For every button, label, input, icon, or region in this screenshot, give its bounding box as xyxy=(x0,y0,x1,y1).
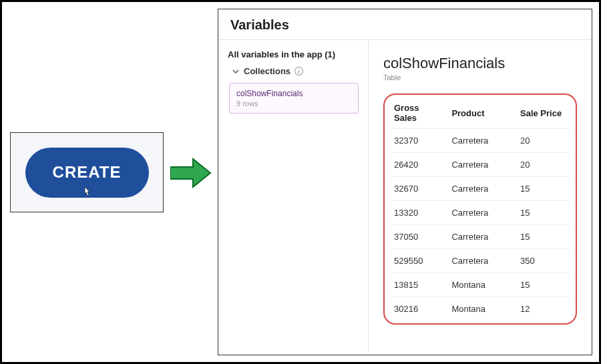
tree-row-collections[interactable]: Collections i xyxy=(228,66,359,76)
data-table: Gross Sales Product Sale Price 32370 Car… xyxy=(390,98,570,321)
create-button[interactable]: CREATE xyxy=(25,148,149,198)
detail-title: colShowFinancials xyxy=(383,55,577,72)
arrow-icon xyxy=(170,158,212,191)
cell-product: Montana xyxy=(447,273,516,297)
create-button-label: CREATE xyxy=(53,163,122,181)
panel-header: Variables xyxy=(218,9,592,40)
cell-product: Montana xyxy=(447,297,516,321)
cell-gross-sales: 529550 xyxy=(390,249,447,273)
variables-panel: Variables All variables in the app (1) C… xyxy=(218,9,592,355)
pointer-cursor-icon xyxy=(82,187,91,200)
cell-gross-sales: 13320 xyxy=(390,201,447,225)
table-row[interactable]: 13320 Carretera 15 xyxy=(390,201,570,225)
table-row[interactable]: 30216 Montana 12 xyxy=(390,297,570,321)
collections-label: Collections xyxy=(244,66,290,76)
cell-product: Carretera xyxy=(447,129,516,153)
variables-sidebar: All variables in the app (1) Collections… xyxy=(218,40,369,352)
cell-sale-price: 20 xyxy=(516,153,570,177)
button-card: CREATE xyxy=(10,132,164,212)
cell-sale-price: 12 xyxy=(516,297,570,321)
cell-gross-sales: 37050 xyxy=(390,225,447,249)
collection-rows: 9 rows xyxy=(236,100,351,108)
detail-type: Table xyxy=(383,73,577,81)
canvas: CREATE Variables All variables in the ap… xyxy=(2,2,599,362)
table-row[interactable]: 32370 Carretera 20 xyxy=(390,129,570,153)
cell-gross-sales: 13815 xyxy=(390,273,447,297)
svg-marker-0 xyxy=(170,159,210,187)
cell-gross-sales: 30216 xyxy=(390,297,447,321)
table-row[interactable]: 13815 Montana 15 xyxy=(390,273,570,297)
collection-name: colShowFinancials xyxy=(236,89,351,98)
col-header-product[interactable]: Product xyxy=(447,98,516,129)
col-header-gross-sales[interactable]: Gross Sales xyxy=(390,98,447,129)
table-row[interactable]: 32670 Carretera 15 xyxy=(390,177,570,201)
col-header-sale-price[interactable]: Sale Price xyxy=(516,98,570,129)
cell-sale-price: 15 xyxy=(516,225,570,249)
cell-product: Carretera xyxy=(447,225,516,249)
table-header-row: Gross Sales Product Sale Price xyxy=(390,98,570,129)
cell-sale-price: 350 xyxy=(516,249,570,273)
cell-sale-price: 15 xyxy=(516,177,570,201)
cell-sale-price: 20 xyxy=(516,129,570,153)
table-highlight: Gross Sales Product Sale Price 32370 Car… xyxy=(383,94,577,325)
cell-gross-sales: 32670 xyxy=(390,177,447,201)
cell-sale-price: 15 xyxy=(516,201,570,225)
table-row[interactable]: 37050 Carretera 15 xyxy=(390,225,570,249)
cell-product: Carretera xyxy=(447,249,516,273)
panel-title: Variables xyxy=(230,17,580,33)
all-variables-label: All variables in the app (1) xyxy=(228,49,359,59)
cell-gross-sales: 26420 xyxy=(390,153,447,177)
cell-product: Carretera xyxy=(447,153,516,177)
cell-product: Carretera xyxy=(447,177,516,201)
chevron-down-icon xyxy=(232,67,240,75)
table-row[interactable]: 26420 Carretera 20 xyxy=(390,153,570,177)
detail-pane: colShowFinancials Table Gross Sales Prod… xyxy=(369,40,592,352)
info-icon[interactable]: i xyxy=(294,67,303,75)
panel-body: All variables in the app (1) Collections… xyxy=(218,40,592,352)
table-body: 32370 Carretera 20 26420 Carretera 20 32… xyxy=(390,129,570,321)
cell-sale-price: 15 xyxy=(516,273,570,297)
table-row[interactable]: 529550 Carretera 350 xyxy=(390,249,570,273)
cell-gross-sales: 32370 xyxy=(390,129,447,153)
cell-product: Carretera xyxy=(447,201,516,225)
collection-card[interactable]: colShowFinancials 9 rows xyxy=(229,83,359,114)
